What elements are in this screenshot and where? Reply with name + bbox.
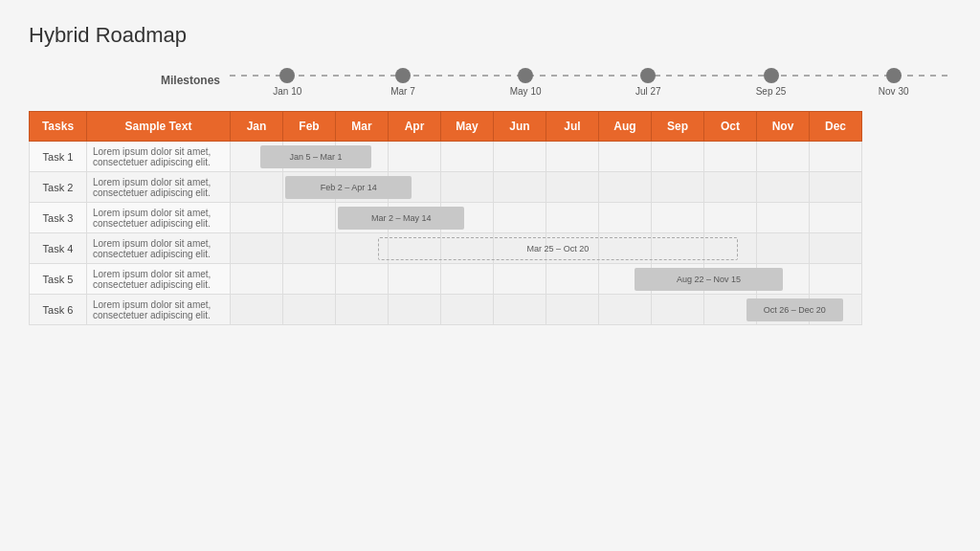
- month-cell-feb: [283, 295, 336, 325]
- month-cell-jul: [546, 142, 599, 172]
- month-cell-mar: [336, 295, 389, 325]
- month-cell-aug: [599, 203, 652, 233]
- milestone-dot: [886, 68, 902, 83]
- milestone-date: Sep 25: [756, 86, 787, 97]
- month-cell-sep: [652, 295, 704, 325]
- table-row: Task 1Lorem ipsum dolor sit amet,consect…: [30, 142, 951, 172]
- month-cell-jan: [231, 233, 283, 264]
- gantt-bar-task-4: Mar 25 – Oct 20: [378, 237, 739, 260]
- milestone-date: Jan 10: [273, 86, 301, 97]
- gantt-bar-task-2: Feb 2 – Apr 14: [285, 176, 412, 199]
- month-cell-jul: [546, 264, 599, 295]
- month-cell-may: [441, 295, 494, 325]
- month-cell-jan: [231, 295, 283, 325]
- month-cell-jun: [494, 264, 546, 295]
- milestone-date: May 10: [510, 86, 542, 97]
- milestone-date: Jul 27: [635, 86, 661, 97]
- month-cell-sep: [652, 142, 704, 172]
- month-cell-dec: [810, 142, 862, 172]
- month-cell-nov: [757, 172, 810, 203]
- month-cell-may: [441, 172, 494, 203]
- header-month-sep: Sep: [652, 112, 704, 142]
- header-month-apr: Apr: [389, 112, 441, 142]
- milestone-date: Nov 30: [879, 86, 909, 97]
- milestone-line: [230, 75, 951, 77]
- month-cell-feb: [283, 203, 336, 233]
- month-cell-jun: [494, 142, 546, 172]
- page-container: Hybrid Roadmap Milestones Jan 10Mar 7May…: [29, 23, 951, 325]
- month-cell-apr: [389, 295, 441, 325]
- month-cell-oct: [704, 142, 757, 172]
- milestones-track: Jan 10Mar 7May 10Jul 27Sep 25Nov 30: [230, 61, 951, 99]
- task-desc: Lorem ipsum dolor sit amet,consectetuer …: [87, 172, 231, 203]
- milestone-dot: [279, 68, 295, 83]
- month-cell-nov: [757, 233, 810, 264]
- task-name: Task 1: [30, 142, 87, 172]
- task-desc: Lorem ipsum dolor sit amet,consectetuer …: [87, 142, 231, 172]
- month-cell-dec: [810, 233, 862, 264]
- month-cell-sep: [652, 172, 704, 203]
- header-month-aug: Aug: [599, 112, 652, 142]
- task-name: Task 2: [30, 172, 87, 203]
- header-month-feb: Feb: [283, 112, 336, 142]
- milestone-dot: [640, 68, 656, 83]
- milestone-dot: [764, 68, 779, 83]
- milestones-label: Milestones: [29, 74, 230, 87]
- month-cell-jan: [231, 172, 283, 203]
- month-cell-oct: [704, 172, 757, 203]
- table-row: Task 4Lorem ipsum dolor sit amet,consect…: [30, 233, 951, 264]
- gantt-bar-task-5: Aug 22 – Nov 15: [635, 268, 783, 291]
- month-cell-apr: [389, 142, 441, 172]
- task-name: Task 3: [30, 203, 87, 233]
- milestone-date: Mar 7: [390, 86, 415, 97]
- header-month-jul: Jul: [546, 112, 599, 142]
- task-name: Task 5: [30, 264, 87, 295]
- task-desc: Lorem ipsum dolor sit amet,consectetuer …: [87, 233, 231, 264]
- month-cell-nov: [757, 203, 810, 233]
- month-cell-dec: [810, 264, 862, 295]
- month-cell-mar: [336, 264, 389, 295]
- task-desc: Lorem ipsum dolor sit amet,consectetuer …: [87, 203, 231, 233]
- month-cell-jun: [494, 172, 546, 203]
- month-cell-dec: [810, 203, 862, 233]
- gantt-bar-task-6: Oct 26 – Dec 20: [746, 298, 844, 321]
- gantt-bar-task-1: Jan 5 – Mar 1: [260, 145, 371, 168]
- month-cell-feb: [283, 233, 336, 264]
- milestone-dot: [518, 68, 533, 83]
- month-cell-aug: [599, 172, 652, 203]
- header-tasks: Tasks: [30, 112, 87, 142]
- month-cell-sep: [652, 203, 704, 233]
- table-row: Task 5Lorem ipsum dolor sit amet,consect…: [30, 264, 951, 295]
- month-cell-may: [441, 264, 494, 295]
- header-month-dec: Dec: [810, 112, 862, 142]
- month-cell-jul: [546, 295, 599, 325]
- month-cell-aug: [599, 142, 652, 172]
- task-desc: Lorem ipsum dolor sit amet,consectetuer …: [87, 295, 231, 325]
- header-month-oct: Oct: [704, 112, 757, 142]
- task-name: Task 6: [30, 295, 87, 325]
- month-cell-jul: [546, 172, 599, 203]
- milestone-dot: [395, 68, 411, 83]
- month-cell-may: [441, 142, 494, 172]
- table-row: Task 6Lorem ipsum dolor sit amet,consect…: [30, 295, 951, 325]
- month-cell-jan: [231, 264, 283, 295]
- page-title: Hybrid Roadmap: [29, 23, 951, 48]
- month-cell-dec: [810, 172, 862, 203]
- month-cell-aug: [599, 295, 652, 325]
- month-cell-jun: [494, 203, 546, 233]
- task-desc: Lorem ipsum dolor sit amet,consectetuer …: [87, 264, 231, 295]
- month-cell-oct: [704, 203, 757, 233]
- header-month-jun: Jun: [494, 112, 546, 142]
- milestones-section: Milestones Jan 10Mar 7May 10Jul 27Sep 25…: [29, 61, 951, 99]
- month-cell-feb: [283, 264, 336, 295]
- task-name: Task 4: [30, 233, 87, 264]
- table-row: Task 3Lorem ipsum dolor sit amet,consect…: [30, 203, 951, 233]
- header-month-jan: Jan: [231, 112, 283, 142]
- header-desc: Sample Text: [87, 112, 231, 142]
- month-cell-jul: [546, 203, 599, 233]
- month-cell-jan: [231, 203, 283, 233]
- month-cell-jun: [494, 295, 546, 325]
- header-month-mar: Mar: [336, 112, 389, 142]
- header-month-may: May: [441, 112, 494, 142]
- gantt-bar-task-3: Mar 2 – May 14: [338, 207, 464, 230]
